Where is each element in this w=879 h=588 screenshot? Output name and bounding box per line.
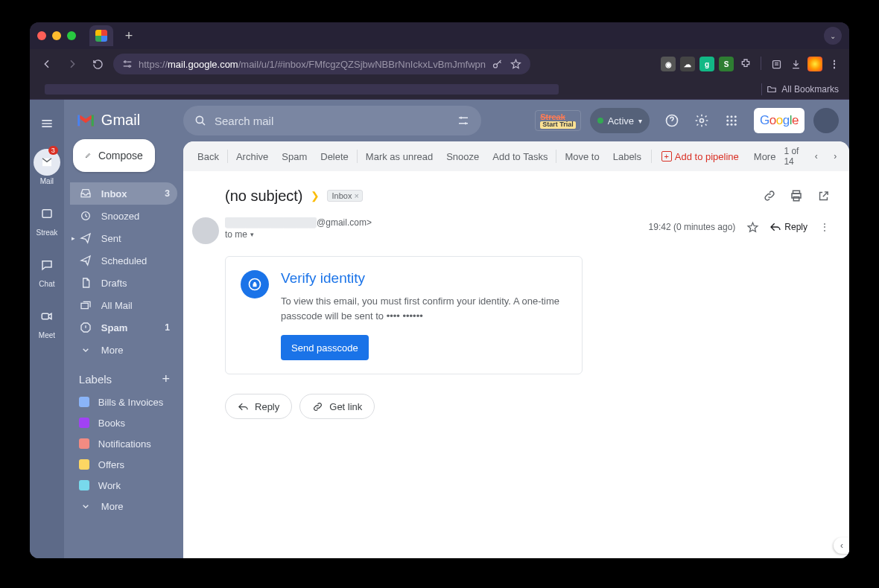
toolbar-labels[interactable]: Labels: [606, 141, 648, 171]
toolbar-move-to[interactable]: Move to: [558, 141, 606, 171]
extensions-menu-icon[interactable]: [738, 57, 753, 71]
bookmark-star-icon[interactable]: [510, 59, 521, 70]
minimize-window-button[interactable]: [52, 31, 61, 40]
print-button[interactable]: [785, 185, 807, 207]
browser-tabstrip: + ⌄: [30, 22, 849, 49]
nav-all-mail[interactable]: All Mail: [70, 294, 177, 316]
message-toolbar: BackArchiveSpamDeleteMark as unreadSnooz…: [183, 141, 849, 171]
label-more[interactable]: More: [70, 496, 177, 517]
search-input[interactable]: [215, 115, 444, 127]
label-text: Bills & Invoices: [98, 397, 163, 408]
toolbar-back[interactable]: Back: [191, 141, 226, 171]
status-pill[interactable]: Active ▾: [590, 108, 650, 133]
streak-icon: [34, 200, 60, 227]
add-label-button[interactable]: +: [162, 371, 171, 387]
streak-badge[interactable]: Streak Start Trial: [535, 110, 581, 131]
more-toolbar-button[interactable]: More: [747, 141, 783, 171]
toolbar-archive[interactable]: Archive: [229, 141, 275, 171]
drafts-icon: [79, 276, 92, 290]
sidebar: Gmail Compose Inbox3Snoozed▸SentSchedule…: [64, 100, 183, 558]
nav-label: Inbox: [101, 188, 127, 199]
toolbar-mark-as-unread[interactable]: Mark as unread: [359, 141, 440, 171]
message-more-button[interactable]: ⋮: [815, 217, 834, 237]
nav-more[interactable]: More: [70, 339, 177, 361]
profile-avatar[interactable]: [807, 57, 822, 71]
all-bookmarks-button[interactable]: All Bookmarks: [781, 84, 839, 95]
label-bills---invoices[interactable]: Bills & Invoices: [70, 392, 177, 412]
nav-forward-button[interactable]: [63, 54, 82, 74]
support-button[interactable]: [659, 107, 685, 134]
svg-point-13: [726, 120, 729, 122]
folder-icon: [767, 84, 777, 95]
downloads-icon[interactable]: [788, 57, 803, 71]
rail-label: Mail: [40, 177, 54, 185]
unread-badge: 3: [48, 146, 58, 155]
extension-icon[interactable]: ☁: [680, 57, 695, 71]
open-new-window-button[interactable]: [812, 185, 834, 207]
compose-button[interactable]: Compose: [73, 139, 155, 172]
label-work[interactable]: Work: [70, 475, 177, 496]
reply-button[interactable]: Reply: [225, 394, 292, 419]
key-icon[interactable]: [492, 59, 503, 70]
extension-icon[interactable]: g: [699, 57, 714, 71]
google-logo[interactable]: Google: [754, 108, 805, 133]
nav-label: Sent: [101, 233, 121, 244]
browser-menu-icon[interactable]: ⋮: [827, 57, 842, 71]
rail-mail[interactable]: 3 Mail: [30, 144, 64, 190]
apps-button[interactable]: [718, 107, 745, 134]
rail-label: Meet: [39, 331, 55, 339]
reply-button-top[interactable]: Reply: [769, 217, 807, 237]
add-to-pipeline-button[interactable]: +Add to pipeline: [655, 141, 746, 171]
rail-meet[interactable]: Meet: [30, 298, 64, 344]
address-bar[interactable]: https://mail.google.com/mail/u/1/#inbox/…: [113, 54, 530, 74]
toolbar-add-to-tasks[interactable]: Add to Tasks: [486, 141, 554, 171]
maximize-window-button[interactable]: [67, 31, 76, 40]
toolbar-delete[interactable]: Delete: [314, 141, 355, 171]
side-panel-toggle[interactable]: ‹: [834, 537, 849, 554]
nav-label: All Mail: [101, 300, 133, 311]
svg-rect-5: [42, 313, 48, 319]
nav-label: Drafts: [101, 278, 127, 289]
copy-link-button[interactable]: [758, 185, 781, 207]
verify-identity-card: Verify identity To view this email, you …: [225, 256, 583, 374]
recipient-row[interactable]: to me▾: [225, 229, 640, 240]
next-message-button[interactable]: ›: [829, 147, 842, 165]
important-marker-icon[interactable]: ❯: [311, 190, 320, 202]
rail-chat[interactable]: Chat: [30, 247, 64, 293]
reload-button[interactable]: [88, 54, 107, 74]
inbox-chip[interactable]: Inbox×: [327, 190, 363, 202]
search-bar[interactable]: [183, 106, 481, 135]
extension-icon[interactable]: ◉: [661, 57, 676, 71]
nav-inbox[interactable]: Inbox3: [70, 182, 177, 205]
new-tab-button[interactable]: +: [119, 26, 139, 45]
search-options-button[interactable]: [451, 109, 475, 132]
sender-avatar[interactable]: [192, 217, 219, 244]
toolbar-spam[interactable]: Spam: [275, 141, 314, 171]
star-button[interactable]: [743, 217, 762, 237]
settings-button[interactable]: [688, 107, 715, 134]
label-books[interactable]: Books: [70, 412, 177, 433]
nav-snoozed[interactable]: Snoozed: [70, 205, 177, 227]
extension-icon[interactable]: S: [719, 57, 734, 71]
nav-back-button[interactable]: [37, 54, 57, 74]
nav-drafts[interactable]: Drafts: [70, 272, 177, 294]
label-offers[interactable]: Offers: [70, 454, 177, 475]
close-window-button[interactable]: [37, 31, 46, 40]
browser-tab[interactable]: [89, 25, 113, 46]
gmail-logo[interactable]: Gmail: [70, 109, 177, 139]
nav-sent[interactable]: ▸Sent: [70, 227, 177, 249]
prev-message-button[interactable]: ‹: [810, 147, 822, 165]
toolbar-snooze[interactable]: Snooze: [440, 141, 486, 171]
rail-streak[interactable]: Streak: [30, 196, 64, 241]
streak-subtitle: Start Trial: [540, 121, 576, 129]
main-menu-button[interactable]: [32, 109, 62, 138]
nav-spam[interactable]: Spam1: [70, 316, 177, 339]
nav-scheduled[interactable]: Scheduled: [70, 249, 177, 272]
account-avatar[interactable]: [813, 108, 839, 133]
label-notifications[interactable]: Notifications: [70, 433, 177, 454]
site-settings-icon[interactable]: [122, 59, 133, 69]
reading-list-icon[interactable]: [769, 57, 784, 71]
send-passcode-button[interactable]: Send passcode: [281, 335, 369, 360]
get-link-button[interactable]: Get link: [299, 394, 375, 419]
tab-overflow-button[interactable]: ⌄: [824, 27, 842, 45]
